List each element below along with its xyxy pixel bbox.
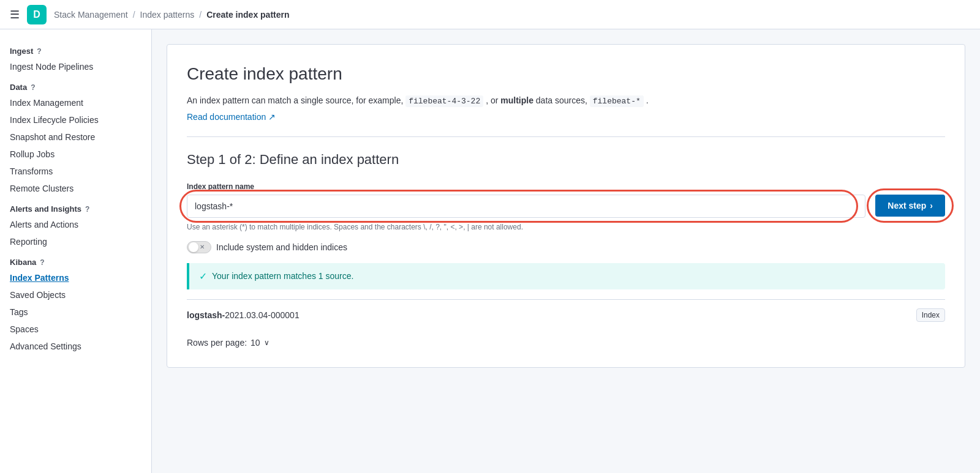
description-text: An index pattern can match a single sour… xyxy=(187,94,945,108)
include-system-toggle[interactable]: ✕ xyxy=(187,241,211,253)
sidebar-item-reporting[interactable]: Reporting xyxy=(0,233,151,250)
step-title: Step 1 of 2: Define an index pattern xyxy=(187,152,945,168)
sidebar-section-data: Data ? Index Management Index Lifecycle … xyxy=(0,75,151,197)
sidebar-section-title-data: Data ? xyxy=(0,75,151,94)
top-header: ☰ D Stack Management / Index patterns / … xyxy=(0,0,980,29)
sidebar-section-alerts: Alerts and Insights ? Alerts and Actions… xyxy=(0,197,151,250)
sidebar-item-rollup-jobs[interactable]: Rollup Jobs xyxy=(0,146,151,163)
toggle-x-icon: ✕ xyxy=(200,244,205,250)
sidebar-section-title-alerts: Alerts and Insights ? xyxy=(0,197,151,216)
divider xyxy=(187,136,945,137)
main-content: Create index pattern An index pattern ca… xyxy=(152,29,980,473)
read-documentation-link[interactable]: Read documentation ↗ xyxy=(187,112,276,122)
rows-per-page-selector[interactable]: Rows per page: 10 ∨ xyxy=(187,330,945,348)
rows-per-page-chevron-icon: ∨ xyxy=(264,338,270,347)
success-message: Your index pattern matches 1 source. xyxy=(212,271,353,281)
index-pattern-input-wrapper xyxy=(187,195,865,218)
sidebar-item-index-management[interactable]: Index Management xyxy=(0,94,151,111)
content-panel: Create index pattern An index pattern ca… xyxy=(167,44,965,368)
alerts-help-icon[interactable]: ? xyxy=(85,205,89,214)
breadcrumb-index-patterns[interactable]: Index patterns xyxy=(140,10,195,20)
sidebar-section-kibana: Kibana ? Index Patterns Saved Objects Ta… xyxy=(0,250,151,355)
kibana-help-icon[interactable]: ? xyxy=(40,258,44,267)
sidebar-item-tags[interactable]: Tags xyxy=(0,304,151,321)
breadcrumb: Stack Management / Index patterns / Crea… xyxy=(54,10,290,20)
form-label: Index pattern name xyxy=(187,182,945,191)
success-check-icon: ✓ xyxy=(199,270,207,282)
sidebar-item-ingest-node-pipelines[interactable]: Ingest Node Pipelines xyxy=(0,58,151,75)
toggle-row: ✕ Include system and hidden indices xyxy=(187,241,945,253)
sidebar-item-index-patterns[interactable]: Index Patterns xyxy=(0,269,151,286)
chevron-right-icon: › xyxy=(930,201,933,210)
sidebar-item-spaces[interactable]: Spaces xyxy=(0,321,151,338)
breadcrumb-separator-2: / xyxy=(199,10,202,20)
sidebar-item-advanced-settings[interactable]: Advanced Settings xyxy=(0,338,151,355)
breadcrumb-separator-1: / xyxy=(133,10,135,20)
sidebar-item-remote-clusters[interactable]: Remote Clusters xyxy=(0,180,151,197)
rows-per-page-value: 10 xyxy=(251,338,260,348)
sidebar-item-index-lifecycle-policies[interactable]: Index Lifecycle Policies xyxy=(0,111,151,128)
success-banner: ✓ Your index pattern matches 1 source. xyxy=(187,263,945,289)
hamburger-menu-icon[interactable]: ☰ xyxy=(10,8,20,21)
external-link-icon: ↗ xyxy=(268,112,276,122)
input-row: Next step › xyxy=(187,195,945,218)
breadcrumb-current: Create index pattern xyxy=(206,10,289,20)
index-badge: Index xyxy=(916,308,945,322)
sidebar-section-ingest: Ingest ? Ingest Node Pipelines xyxy=(0,39,151,75)
app-logo: D xyxy=(27,5,47,24)
rows-per-page-label: Rows per page: xyxy=(187,338,247,348)
hint-text: Use an asterisk (*) to match multiple in… xyxy=(187,223,945,231)
example-code-1: filebeat-4-3-22 xyxy=(405,95,483,107)
next-step-button[interactable]: Next step › xyxy=(875,195,945,217)
index-pattern-input[interactable] xyxy=(187,195,865,218)
example-code-2: filebeat-* xyxy=(590,95,644,107)
sidebar-item-transforms[interactable]: Transforms xyxy=(0,163,151,180)
sidebar-section-title-ingest: Ingest ? xyxy=(0,39,151,58)
sidebar-section-title-kibana: Kibana ? xyxy=(0,250,151,269)
sidebar-item-alerts-and-actions[interactable]: Alerts and Actions xyxy=(0,216,151,233)
sidebar-item-saved-objects[interactable]: Saved Objects xyxy=(0,286,151,304)
index-result-row: logstash-2021.03.04-000001 Index xyxy=(187,299,945,330)
page-title: Create index pattern xyxy=(187,64,945,84)
ingest-help-icon[interactable]: ? xyxy=(37,47,41,56)
breadcrumb-stack-management[interactable]: Stack Management xyxy=(54,10,128,20)
sidebar: Ingest ? Ingest Node Pipelines Data ? In… xyxy=(0,29,152,473)
index-name: logstash-2021.03.04-000001 xyxy=(187,310,300,320)
toggle-label: Include system and hidden indices xyxy=(216,242,347,252)
next-step-button-wrapper: Next step › xyxy=(875,195,945,217)
data-help-icon[interactable]: ? xyxy=(31,83,35,92)
sidebar-item-snapshot-and-restore[interactable]: Snapshot and Restore xyxy=(0,128,151,146)
toggle-knob xyxy=(189,242,198,252)
